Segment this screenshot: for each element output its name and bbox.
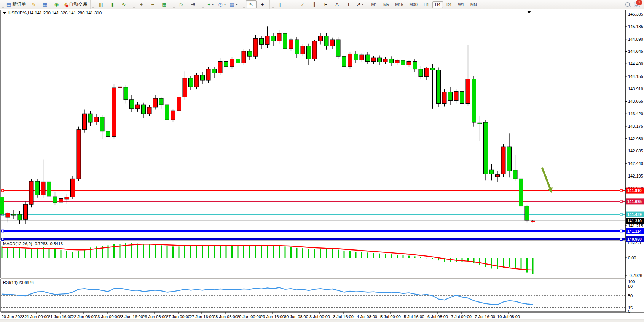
candle-body bbox=[24, 204, 28, 219]
time-tick-label: 10 Jul 08:00 bbox=[497, 314, 520, 319]
candle-body bbox=[59, 198, 63, 202]
candle-body bbox=[489, 170, 494, 174]
candle-body bbox=[319, 36, 323, 41]
cursor-button[interactable]: ↖ bbox=[246, 0, 257, 8]
timeframe-m1-button[interactable]: M1 bbox=[369, 1, 380, 8]
timeframe-m5-button[interactable]: M5 bbox=[381, 1, 392, 8]
text-label-button[interactable]: T bbox=[343, 0, 354, 8]
fibonacci-button[interactable]: F bbox=[320, 0, 331, 8]
line-handle[interactable] bbox=[620, 213, 622, 216]
pane-splitter[interactable] bbox=[1, 278, 625, 279]
candle-body bbox=[177, 97, 181, 111]
macd-pane[interactable] bbox=[1, 241, 625, 278]
main-toolbar: ▤新订单✎▦◉◆自动交易|||▮∿+−▦▷⇥+▾◷▾▩▾↖+|—∕∥FAT↗▾M… bbox=[0, 0, 644, 9]
price-label-text: 141.310 bbox=[627, 219, 642, 223]
candle-body bbox=[484, 122, 488, 174]
zoom-in-button[interactable]: + bbox=[136, 0, 147, 8]
time-tick-label: 6 Jul 08:00 bbox=[427, 314, 448, 319]
price-tick-label: 145.385 bbox=[628, 12, 643, 16]
templates-button[interactable]: ▩▾ bbox=[228, 0, 239, 8]
toolbar-grip bbox=[243, 2, 245, 8]
toolbar-group-1: |||▮∿ bbox=[91, 0, 131, 9]
tile-windows-button[interactable]: ▦ bbox=[159, 0, 169, 8]
line-handle[interactable] bbox=[620, 200, 622, 203]
candle-body bbox=[395, 60, 399, 63]
signals-button[interactable]: ◉ bbox=[51, 0, 62, 8]
crosshair-button[interactable]: + bbox=[257, 0, 268, 8]
candle-body bbox=[106, 131, 110, 137]
timeframe-d1-button[interactable]: D1 bbox=[444, 1, 454, 8]
price-tick-label: 143.420 bbox=[628, 111, 643, 116]
candle-body bbox=[94, 117, 99, 122]
vertical-line-button[interactable]: | bbox=[275, 0, 285, 8]
chart-window: 145.385145.135144.890144.645144.400144.1… bbox=[0, 0, 644, 322]
timeframe-m15-button[interactable]: M15 bbox=[392, 1, 406, 8]
cursor-icon: ↖ bbox=[249, 2, 253, 7]
search-icon[interactable] bbox=[625, 2, 630, 7]
arrows-button[interactable]: ↗▾ bbox=[355, 0, 365, 8]
candle-body bbox=[354, 54, 358, 60]
candle-body bbox=[312, 41, 317, 59]
chart-shift-button[interactable]: ⇥ bbox=[188, 0, 198, 8]
styles-button[interactable]: ✎ bbox=[28, 0, 39, 8]
rsi-pane[interactable] bbox=[1, 279, 625, 312]
autotrade-button[interactable]: ◆自动交易 bbox=[62, 0, 89, 8]
time-tick-label: 27 Jun 16:00 bbox=[190, 314, 214, 319]
horizontal-line-button[interactable]: — bbox=[286, 0, 297, 8]
candle-body bbox=[142, 105, 146, 114]
trendline-button[interactable]: ∕ bbox=[298, 0, 308, 8]
crayon-icon: ✎ bbox=[32, 2, 36, 7]
candle-body bbox=[71, 179, 75, 197]
toolbar-grip bbox=[133, 2, 135, 8]
time-tick-label: 29 Jun 16:00 bbox=[260, 314, 285, 319]
time-tick-label: 5 Jul 00:00 bbox=[380, 314, 401, 319]
chat-icon[interactable]: 1 bbox=[634, 2, 640, 7]
equidistant-channel-button[interactable]: ∥ bbox=[309, 0, 320, 8]
line-handle[interactable] bbox=[2, 238, 4, 240]
candle-body bbox=[437, 70, 441, 103]
horizontal-scrollbar[interactable] bbox=[0, 320, 644, 322]
indicators-button[interactable]: +▾ bbox=[205, 0, 216, 8]
toolbar-group-2: +−▦ bbox=[131, 0, 171, 9]
new-order-button[interactable]: ▤新订单 bbox=[5, 0, 27, 8]
line-chart-button[interactable]: ∿ bbox=[118, 0, 129, 8]
candle-body bbox=[53, 197, 57, 203]
candle-body bbox=[171, 111, 175, 120]
line-handle[interactable] bbox=[620, 189, 622, 192]
candle-body bbox=[0, 197, 4, 214]
chevron-down-icon: ▾ bbox=[236, 3, 238, 6]
bar-chart-button[interactable]: ||| bbox=[96, 0, 106, 8]
text-button[interactable]: A bbox=[332, 0, 343, 8]
line-handle[interactable] bbox=[620, 230, 622, 232]
line-handle[interactable] bbox=[2, 189, 4, 192]
new-chart-button[interactable]: ▦ bbox=[40, 0, 50, 8]
candle-body bbox=[383, 59, 387, 62]
candle-body bbox=[242, 51, 246, 63]
candle-body bbox=[77, 130, 81, 179]
candle-body bbox=[371, 58, 376, 61]
timeframe-h1-button[interactable]: H1 bbox=[421, 1, 432, 8]
zoom-out-button[interactable]: − bbox=[147, 0, 158, 8]
fibonacci-icon: F bbox=[324, 2, 327, 7]
price-label-text: 141.114 bbox=[627, 229, 642, 233]
time-tick-label: 29 Jun 00:00 bbox=[237, 314, 261, 319]
timeframe-w1-button[interactable]: W1 bbox=[455, 1, 467, 8]
auto-scroll-button[interactable]: ▷ bbox=[176, 0, 187, 8]
chevron-down-icon: ▾ bbox=[362, 3, 363, 6]
indicators-icon: + bbox=[207, 2, 210, 7]
toolbar-group-3: ▷⇥ bbox=[171, 0, 200, 9]
candle-body bbox=[336, 40, 340, 56]
line-handle[interactable] bbox=[2, 230, 4, 232]
timeframe-mn-button[interactable]: MN bbox=[468, 1, 480, 8]
candlestick-chart-button[interactable]: ▮ bbox=[107, 0, 118, 8]
candle-body bbox=[348, 54, 352, 66]
candle-body bbox=[253, 38, 258, 56]
new-order-label: 新订单 bbox=[12, 1, 26, 8]
candle-body bbox=[35, 181, 40, 195]
timeframe-h4-button[interactable]: H4 bbox=[432, 1, 443, 8]
autotrade-status-dot bbox=[65, 4, 69, 8]
timeframe-m30-button[interactable]: M30 bbox=[407, 1, 420, 8]
line-handle[interactable] bbox=[620, 238, 622, 240]
periods-button[interactable]: ◷▾ bbox=[217, 0, 227, 8]
price-tick-label: 142.195 bbox=[628, 174, 643, 178]
